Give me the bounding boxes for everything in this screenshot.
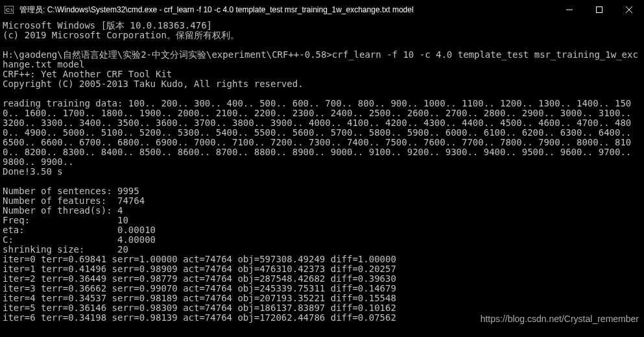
window-titlebar: C:\ 管理员: C:\Windows\System32\cmd.exe - c… [0, 0, 644, 19]
watermark-text: https://blog.csdn.net/Crystal_remember [481, 314, 639, 324]
maximize-button[interactable] [584, 0, 614, 19]
svg-text:C:\: C:\ [6, 7, 13, 13]
terminal-output[interactable]: Microsoft Windows [版本 10.0.18363.476] (c… [0, 19, 644, 324]
maximize-icon [596, 6, 602, 13]
terminal-stats: Number of sentences: 9995 Number of feat… [3, 186, 156, 255]
terminal-iterations: iter=0 terr=0.69841 serr=1.00000 act=747… [3, 254, 396, 323]
minimize-button[interactable] [555, 0, 584, 19]
minimize-icon [566, 6, 573, 13]
cmd-icon: C:\ [4, 5, 14, 15]
close-icon [626, 6, 632, 13]
window-controls [555, 0, 644, 19]
svg-rect-3 [597, 7, 602, 13]
terminal-header: Microsoft Windows [版本 10.0.18363.476] (c… [3, 20, 638, 177]
window-title: 管理员: C:\Windows\System32\cmd.exe - crf_l… [19, 5, 555, 16]
close-button[interactable] [614, 0, 644, 19]
